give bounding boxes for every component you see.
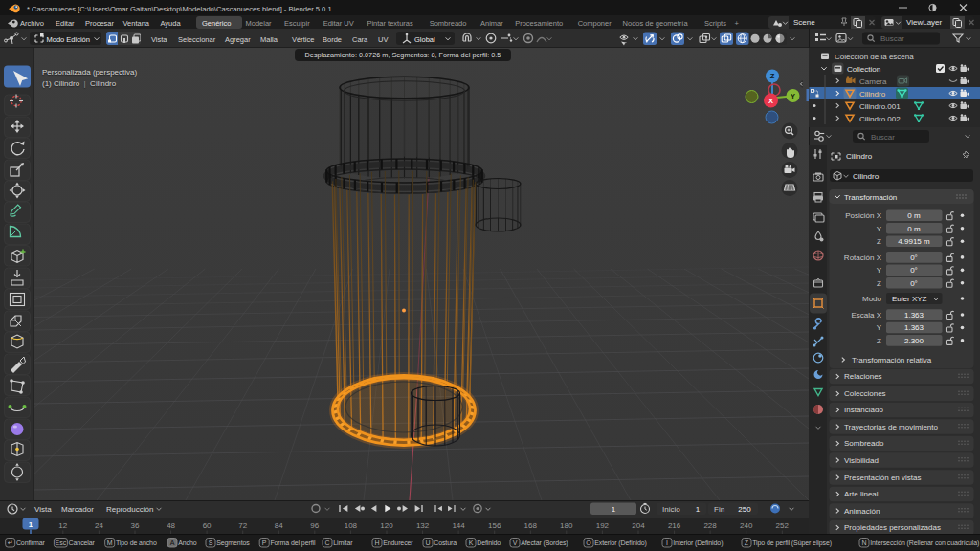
svg-text:Limitar: Limitar: [333, 540, 353, 546]
svg-text:I: I: [666, 540, 668, 546]
svg-text:Endurecer: Endurecer: [383, 540, 413, 546]
svg-text:C: C: [324, 540, 329, 546]
svg-text:S: S: [209, 540, 213, 546]
svg-text:Exterior (Definido): Exterior (Definido): [594, 540, 647, 547]
svg-text:Definido: Definido: [477, 540, 501, 546]
svg-text:U: U: [425, 540, 430, 546]
svg-text:Cancelar: Cancelar: [69, 540, 96, 546]
svg-text:P: P: [262, 540, 267, 546]
svg-text:Tipo de perfil (Súper elipse): Tipo de perfil (Súper elipse): [752, 540, 832, 547]
svg-text:H: H: [374, 540, 379, 546]
svg-text:K: K: [469, 540, 474, 546]
svg-text:Intersección (Rellenar con cua: Intersección (Rellenar con cuadrícula): [870, 540, 979, 547]
svg-text:M: M: [107, 540, 113, 546]
svg-text:V: V: [513, 540, 518, 546]
svg-text:Ancho: Ancho: [178, 540, 197, 546]
svg-text:N: N: [861, 540, 866, 546]
svg-text:Afectar (Bordes): Afectar (Bordes): [521, 540, 568, 547]
svg-text:Z: Z: [745, 540, 749, 546]
svg-text:Costura: Costura: [434, 540, 457, 546]
svg-text:Forma del perfil: Forma del perfil: [270, 540, 316, 547]
svg-text:Tipo de ancho: Tipo de ancho: [116, 540, 157, 547]
svg-text:↵: ↵: [8, 540, 13, 546]
svg-text:A: A: [170, 540, 175, 546]
svg-text:Segmentos: Segmentos: [216, 540, 250, 547]
svg-text:Confirmar: Confirmar: [16, 540, 46, 546]
svg-text:O: O: [586, 540, 591, 546]
svg-text:Esc: Esc: [56, 540, 67, 546]
svg-text:Interior (Definido): Interior (Definido): [673, 540, 723, 547]
